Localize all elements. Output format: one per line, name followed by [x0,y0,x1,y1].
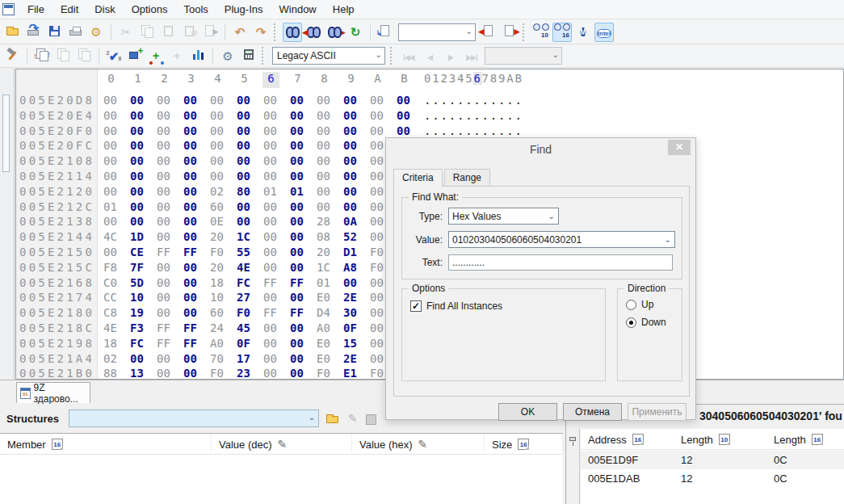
hex-byte[interactable]: FF [263,305,283,321]
hex-byte[interactable]: 00 [183,184,203,200]
hex-byte[interactable]: 00 [157,229,176,245]
hex-byte[interactable]: E0 [317,290,336,305]
hex-byte[interactable]: 00 [157,169,176,184]
hex-byte[interactable]: 00 [183,153,203,169]
hex-row[interactable]: 005E20D8000000000000000000000000........… [16,93,843,108]
hex-byte[interactable]: 1C [237,229,256,245]
menu-file[interactable]: File [19,1,52,18]
hex-byte[interactable]: 00 [157,214,176,229]
direction-up-radio[interactable] [626,300,636,310]
hex-row[interactable]: 005E20F0000000000000000000000000........… [16,124,843,139]
tab-criteria[interactable]: Criteria [393,169,443,187]
hex-byte[interactable]: 00 [397,124,416,139]
save-to-drive-button[interactable]: ↷ [23,23,43,42]
hex-byte[interactable]: 00 [210,108,229,124]
hex-byte[interactable]: 00 [130,138,149,153]
hex-byte[interactable]: E0 [317,336,336,351]
hex-byte[interactable]: 00 [183,366,203,380]
hex-byte[interactable]: 00 [237,108,256,124]
hex-byte[interactable]: 00 [343,124,363,139]
charset-combo[interactable]: Legacy ASCII⌄ [272,47,385,65]
hex-byte[interactable]: 00 [183,138,203,153]
hex-byte[interactable]: 00 [343,184,363,200]
hex-byte[interactable]: 00 [343,275,363,291]
hex-byte[interactable]: 01 [290,184,309,200]
hex-byte[interactable]: F0 [210,245,229,260]
tab-range[interactable]: Range [444,169,490,187]
hex-byte[interactable]: 01 [317,275,336,291]
hex-byte[interactable]: 00 [183,124,203,139]
hex-byte[interactable]: C8 [103,305,123,321]
intel-byte-order-button[interactable]: intel [594,23,614,42]
hex-byte[interactable]: 00 [237,214,256,229]
hex-byte[interactable]: 00 [237,138,256,153]
hex-byte[interactable]: 2E [343,290,363,305]
hex-byte[interactable]: 2E [343,351,363,367]
find-all-instances-checkbox[interactable]: ✓ [410,300,422,312]
hex-byte[interactable]: 01 [263,184,283,200]
hex-byte[interactable]: 00 [317,200,336,215]
goto-combo[interactable]: ⌄ [398,23,476,41]
hex-byte[interactable]: 00 [290,93,309,108]
hex-byte[interactable]: D4 [317,305,336,321]
document-tab[interactable]: 01 9Z здарово... [16,382,90,403]
hex-byte[interactable]: A0 [317,321,336,336]
hex-byte[interactable]: 00 [157,290,176,305]
menu-options[interactable]: Options [124,1,176,18]
hex-byte[interactable]: 00 [130,351,149,367]
hex-byte[interactable]: 88 [103,366,123,380]
hex-byte[interactable]: 00 [157,93,176,108]
hex-byte[interactable]: 00 [183,93,203,108]
hex-byte[interactable]: 00 [290,214,309,229]
menu-tools[interactable]: Tools [175,1,216,18]
hex-byte[interactable]: 55 [237,245,256,260]
hex-byte[interactable]: 00 [157,366,176,380]
hex-byte[interactable]: 00 [263,200,283,215]
hex-byte[interactable]: 00 [183,260,203,275]
hex-byte[interactable]: 1D [130,229,149,245]
hex-byte[interactable]: 00 [183,290,203,305]
ok-button[interactable]: OK [498,403,557,421]
cancel-button[interactable]: Отмена [563,403,622,421]
hex-byte[interactable]: 00 [157,108,176,124]
decimal-view-button[interactable]: 10 [531,23,551,42]
edit-structure-button[interactable]: ✎ [348,412,358,425]
menu-window[interactable]: Window [271,1,325,18]
calculator-button[interactable] [239,46,258,65]
hex-byte[interactable]: FC [130,336,149,351]
goto-button[interactable]: ↳ [376,23,395,42]
hex-byte[interactable]: 0A [343,214,363,229]
hex-byte[interactable]: 00 [263,153,283,169]
hex-byte[interactable]: 00 [290,336,309,351]
hex-byte[interactable]: 00 [263,321,283,336]
hex-byte[interactable]: 00 [317,124,336,139]
hex-byte[interactable]: 0E [210,214,229,229]
hex-byte[interactable]: 7F [130,260,149,275]
hex-byte[interactable]: 00 [290,366,309,380]
hex-byte[interactable]: 0F [237,336,256,351]
hex-byte[interactable]: 00 [290,321,309,336]
members-col-header[interactable]: Value (hex)✎ [352,434,485,455]
hex-byte[interactable]: 00 [210,138,229,153]
hex-byte[interactable]: 00 [263,93,283,108]
hex-byte[interactable]: 00 [397,93,416,108]
hex-byte[interactable]: 00 [263,229,283,245]
hex-byte[interactable]: 00 [290,245,309,260]
hex-byte[interactable]: 00 [183,275,203,291]
hex-byte[interactable]: 18 [103,336,123,351]
hex-byte[interactable]: 00 [130,214,149,229]
hex-byte[interactable]: 00 [263,366,283,380]
direction-down-radio[interactable] [626,317,636,328]
menu-plug-ins[interactable]: Plug-Ins [216,1,271,18]
hex-byte[interactable]: 00 [290,108,309,124]
type-dropdown[interactable]: Hex Values ⌄ [448,208,559,225]
hex-byte[interactable]: 60 [210,200,229,215]
hex-byte[interactable]: 00 [210,153,229,169]
hex-byte[interactable]: 00 [343,200,363,215]
hex-byte[interactable]: 00 [237,200,256,215]
hex-byte[interactable]: 00 [343,138,363,153]
hex-byte[interactable]: 0F [343,321,363,336]
hex-byte[interactable]: 00 [183,305,203,321]
hex-byte[interactable]: 00 [263,169,283,184]
hex-byte[interactable]: 00 [103,169,123,184]
